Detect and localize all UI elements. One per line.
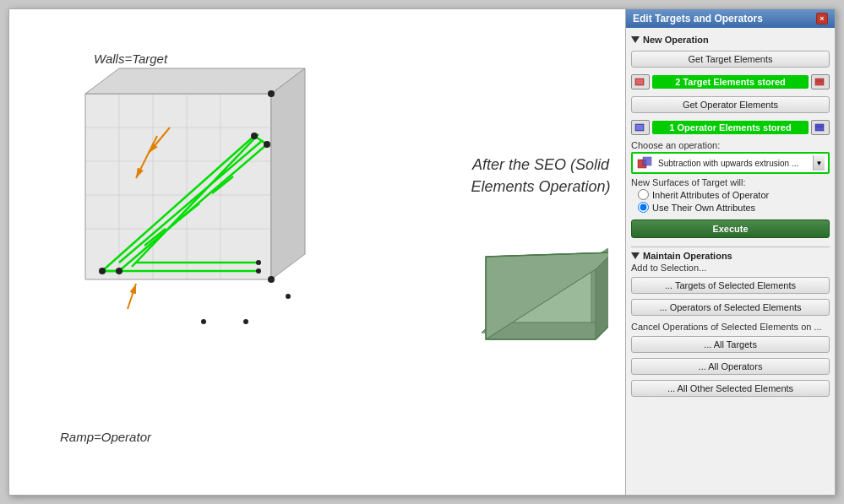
close-button[interactable]: × bbox=[816, 13, 828, 24]
operation-text: Subtraction with upwards extrusion ... bbox=[658, 159, 809, 168]
radio-inherit[interactable] bbox=[638, 189, 649, 200]
triangle-icon bbox=[631, 36, 640, 43]
targets-selected-btn[interactable]: ... Targets of Selected Elements bbox=[631, 277, 830, 294]
new-operation-label: New Operation bbox=[643, 35, 709, 45]
surfaces-label: New Surfaces of Target will: bbox=[631, 177, 830, 187]
svg-point-27 bbox=[268, 90, 275, 97]
operator-icon-right[interactable] bbox=[811, 120, 830, 135]
all-targets-btn[interactable]: ... All Targets bbox=[631, 336, 830, 353]
dialog-panel: Edit Targets and Operators × New Operati… bbox=[625, 9, 835, 495]
svg-point-24 bbox=[251, 133, 258, 139]
operator-icon-left[interactable] bbox=[631, 120, 650, 135]
radio-inherit-label: Inherit Attributes of Operator bbox=[652, 190, 769, 200]
add-selection-label: Add to Selection... bbox=[631, 263, 830, 273]
svg-rect-50 bbox=[636, 79, 643, 84]
operation-icon bbox=[636, 155, 655, 171]
radio-own-label: Use Their Own Attributes bbox=[652, 203, 755, 213]
svg-point-26 bbox=[264, 141, 270, 148]
radio-row-1[interactable]: Inherit Attributes of Operator bbox=[638, 189, 830, 200]
triangle-icon-2 bbox=[631, 252, 640, 259]
target-stored-badge: 2 Target Elements stored bbox=[652, 75, 809, 89]
svg-point-23 bbox=[99, 268, 106, 274]
svg-marker-2 bbox=[85, 68, 305, 94]
operator-stored-text: 1 Operator Elements stored bbox=[656, 122, 805, 133]
svg-point-31 bbox=[201, 319, 206, 324]
main-container: Walls=Target Ramp=Operator bbox=[8, 8, 836, 496]
svg-rect-58 bbox=[643, 157, 651, 165]
all-other-btn[interactable]: ... All Other Selected Elements bbox=[631, 380, 830, 397]
target-stored-row: 2 Target Elements stored bbox=[631, 73, 830, 91]
target-stored-text: 2 Target Elements stored bbox=[656, 77, 805, 87]
target-icon-left[interactable] bbox=[631, 74, 650, 89]
operators-selected-btn[interactable]: ... Operators of Selected Elements bbox=[631, 299, 830, 316]
operator-stored-row: 1 Operator Elements stored bbox=[631, 118, 830, 137]
svg-marker-1 bbox=[85, 94, 271, 279]
box-svg bbox=[35, 60, 322, 347]
svg-point-30 bbox=[256, 260, 261, 265]
svg-point-29 bbox=[256, 268, 261, 274]
target-icon-right[interactable] bbox=[811, 74, 830, 89]
get-target-btn[interactable]: Get Target Elements bbox=[631, 51, 830, 68]
result-shape-svg bbox=[473, 214, 608, 350]
radio-row-2[interactable]: Use Their Own Attributes bbox=[638, 202, 830, 213]
operator-stored-badge: 1 Operator Elements stored bbox=[652, 121, 809, 134]
box-3d-diagram bbox=[35, 60, 322, 347]
dialog-title: Edit Targets and Operators bbox=[633, 13, 763, 24]
left-diagram-panel: Walls=Target Ramp=Operator bbox=[9, 9, 456, 495]
svg-rect-51 bbox=[815, 79, 824, 85]
seo-label: After the SEO (Solid Elements Operation) bbox=[465, 154, 617, 197]
svg-line-36 bbox=[128, 284, 136, 309]
svg-marker-3 bbox=[271, 68, 305, 279]
cancel-label: Cancel Operations of Selected Elements o… bbox=[631, 322, 830, 332]
get-operator-btn[interactable]: Get Operator Elements bbox=[631, 96, 830, 113]
center-panel: After the SEO (Solid Elements Operation) bbox=[456, 9, 625, 495]
svg-point-33 bbox=[286, 294, 291, 299]
dropdown-arrow[interactable]: ▼ bbox=[813, 155, 825, 171]
dialog-body: New Operation Get Target Elements 2 Targ… bbox=[626, 28, 835, 495]
choose-label: Choose an operation: bbox=[631, 140, 830, 150]
execute-btn[interactable]: Execute bbox=[631, 219, 830, 238]
all-operators-btn[interactable]: ... All Operators bbox=[631, 358, 830, 375]
svg-point-32 bbox=[243, 319, 248, 324]
operation-select-row[interactable]: Subtraction with upwards extrusion ... ▼ bbox=[631, 152, 830, 174]
dialog-titlebar: Edit Targets and Operators × bbox=[626, 9, 835, 28]
svg-rect-54 bbox=[636, 125, 643, 130]
maintain-operations-header: Maintain Operations bbox=[631, 247, 830, 261]
radio-group: Inherit Attributes of Operator Use Their… bbox=[638, 189, 830, 213]
maintain-operations-label: Maintain Operations bbox=[643, 251, 732, 261]
svg-point-28 bbox=[268, 276, 275, 283]
svg-point-25 bbox=[116, 268, 123, 274]
ramp-label: Ramp=Operator bbox=[60, 430, 151, 444]
svg-rect-55 bbox=[815, 124, 824, 131]
new-operation-header: New Operation bbox=[631, 35, 830, 45]
radio-own[interactable] bbox=[638, 202, 649, 213]
